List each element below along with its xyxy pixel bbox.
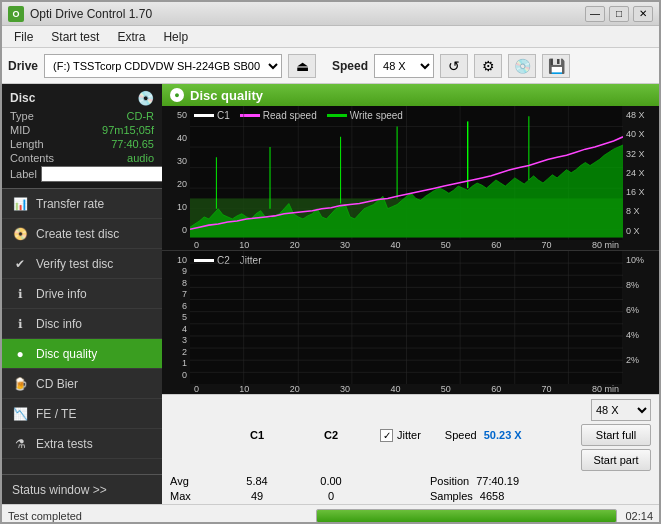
drive-info-icon: ℹ	[12, 287, 28, 301]
cd-bier-icon: 🍺	[12, 377, 28, 391]
sidebar-label-verify-test-disc: Verify test disc	[36, 257, 113, 271]
titlebar-left: O Opti Drive Control 1.70	[8, 6, 152, 22]
disc-type-val: CD-R	[127, 110, 155, 122]
disc-contents-row: Contents audio	[10, 152, 154, 164]
minimize-button[interactable]: —	[585, 6, 605, 22]
menu-help[interactable]: Help	[155, 28, 196, 46]
titlebar: O Opti Drive Control 1.70 — □ ✕	[2, 2, 659, 26]
sidebar-item-create-test-disc[interactable]: 📀 Create test disc	[2, 219, 162, 249]
disc-quality-header: ● Disc quality	[162, 84, 659, 106]
start-full-button[interactable]: Start full	[581, 424, 651, 446]
sidebar-label-drive-info: Drive info	[36, 287, 87, 301]
app-icon: O	[8, 6, 24, 22]
sidebar-item-transfer-rate[interactable]: 📊 Transfer rate	[2, 189, 162, 219]
eject-button[interactable]: ⏏	[288, 54, 316, 78]
sidebar-item-disc-info[interactable]: ℹ Disc info	[2, 309, 162, 339]
save-button[interactable]: 💾	[542, 54, 570, 78]
drive-select[interactable]: (F:) TSSTcorp CDDVDW SH-224GB SB00	[44, 54, 282, 78]
sidebar-label-extra-tests: Extra tests	[36, 437, 93, 451]
maximize-button[interactable]: □	[609, 6, 629, 22]
create-test-disc-icon: 📀	[12, 227, 28, 241]
sidebar-item-fe-te[interactable]: 📉 FE / TE	[2, 399, 162, 429]
max-label: Max	[170, 490, 218, 502]
progress-bar	[316, 509, 618, 523]
disc-mid-key: MID	[10, 124, 30, 136]
sidebar-label-disc-quality: Disc quality	[36, 347, 97, 361]
status-text: Test completed	[8, 510, 308, 522]
app-title: Opti Drive Control 1.70	[30, 7, 152, 21]
close-button[interactable]: ✕	[633, 6, 653, 22]
speed-select[interactable]: 48 X	[374, 54, 434, 78]
max-c2: 0	[296, 490, 366, 502]
toolbar: Drive (F:) TSSTcorp CDDVDW SH-224GB SB00…	[2, 48, 659, 84]
sidebar: Disc 💿 Type CD-R MID 97m15;05f Length 77…	[2, 84, 162, 504]
progress-bar-fill	[317, 510, 617, 522]
disc-contents-val: audio	[127, 152, 154, 164]
menubar: File Start test Extra Help	[2, 26, 659, 48]
disc-type-row: Type CD-R	[10, 110, 154, 122]
verify-test-disc-icon: ✔	[12, 257, 28, 271]
transfer-rate-icon: 📊	[12, 197, 28, 211]
charts-container: 50 40 30 20 10 0 C1	[162, 106, 659, 394]
chart1-y-axis: 50 40 30 20 10 0	[162, 106, 190, 240]
chart1-x-axis: 0 10 20 30 40 50 60 70 80 min	[190, 240, 623, 250]
chart2-area: C2 Jitter	[190, 251, 623, 385]
sidebar-label-create-test-disc: Create test disc	[36, 227, 119, 241]
position-display: Position 77:40.19	[430, 475, 519, 487]
jitter-checkbox[interactable]: ✓	[380, 429, 393, 442]
chart2-x-axis: 0 10 20 30 40 50 60 70 80 min	[190, 384, 623, 394]
disc-mid-row: MID 97m15;05f	[10, 124, 154, 136]
chart2-svg	[190, 251, 623, 385]
col-header-c1: C1	[222, 429, 292, 441]
position-val: 77:40.19	[476, 475, 519, 487]
disc-mid-val: 97m15;05f	[102, 124, 154, 136]
sidebar-label-fe-te: FE / TE	[36, 407, 76, 421]
settings-button[interactable]: ⚙	[474, 54, 502, 78]
disc-quality-title: Disc quality	[190, 88, 263, 103]
samples-label: Samples	[430, 490, 473, 502]
start-part-button[interactable]: Start part	[581, 449, 651, 471]
extra-tests-icon: ⚗	[12, 437, 28, 451]
menu-extra[interactable]: Extra	[109, 28, 153, 46]
avg-c1: 5.84	[222, 475, 292, 487]
sidebar-item-extra-tests[interactable]: ⚗ Extra tests	[2, 429, 162, 459]
main-area: Disc 💿 Type CD-R MID 97m15;05f Length 77…	[2, 84, 659, 504]
drive-label: Drive	[8, 59, 38, 73]
chart2-y-axis-right: 10% 8% 6% 4% 2%	[623, 251, 659, 385]
menu-file[interactable]: File	[6, 28, 41, 46]
disc-length-val: 77:40.65	[111, 138, 154, 150]
sidebar-label-transfer-rate: Transfer rate	[36, 197, 104, 211]
jitter-checkbox-label: Jitter	[397, 429, 421, 441]
chart2-y-axis: 10 9 8 7 6 5 4 3 2 1 0	[162, 251, 190, 385]
disc-label-row: Label 🖊	[10, 166, 154, 182]
disc-quality-header-icon: ●	[170, 88, 184, 102]
sidebar-item-verify-test-disc[interactable]: ✔ Verify test disc	[2, 249, 162, 279]
sidebar-item-disc-quality[interactable]: ● Disc quality	[2, 339, 162, 369]
disc-icon: 💿	[137, 90, 154, 106]
sidebar-item-drive-info[interactable]: ℹ Drive info	[2, 279, 162, 309]
menu-starttest[interactable]: Start test	[43, 28, 107, 46]
status-window-label: Status window >>	[12, 483, 107, 497]
disc-info-icon: ℹ	[12, 317, 28, 331]
sidebar-item-status-window[interactable]: Status window >>	[2, 474, 162, 504]
fe-te-icon: 📉	[12, 407, 28, 421]
chart1-svg	[190, 106, 623, 240]
content-area: ● Disc quality 50 40 30 20 10 0	[162, 84, 659, 504]
disc-section-header: Disc 💿	[10, 90, 154, 106]
speed-text-label: Speed	[445, 429, 477, 441]
disc-section-title: Disc	[10, 91, 35, 105]
sidebar-item-cd-bier[interactable]: 🍺 CD Bier	[2, 369, 162, 399]
speed-display: Speed 50.23 X	[445, 429, 522, 441]
disc-button[interactable]: 💿	[508, 54, 536, 78]
max-c1: 49	[222, 490, 292, 502]
disc-label-key: Label	[10, 168, 37, 180]
disc-length-row: Length 77:40.65	[10, 138, 154, 150]
stats-speed-select[interactable]: 48 X	[591, 399, 651, 421]
disc-label-input[interactable]	[41, 166, 174, 182]
disc-length-key: Length	[10, 138, 44, 150]
speed-label: Speed	[332, 59, 368, 73]
refresh-button[interactable]: ↺	[440, 54, 468, 78]
disc-contents-key: Contents	[10, 152, 54, 164]
avg-c2: 0.00	[296, 475, 366, 487]
sidebar-label-cd-bier: CD Bier	[36, 377, 78, 391]
